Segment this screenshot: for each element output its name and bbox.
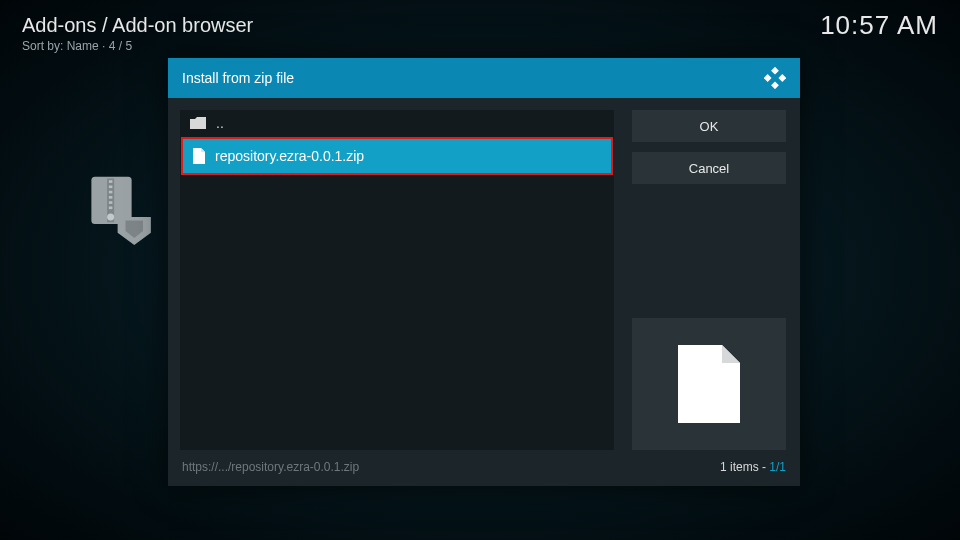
dialog-side-column: OK Cancel [632, 110, 786, 450]
dialog-footer: https://.../repository.ezra-0.0.1.zip 1 … [168, 458, 800, 486]
clock: 10:57 AM [820, 10, 938, 41]
cancel-button-label: Cancel [689, 161, 729, 176]
sort-separator: · [102, 39, 109, 53]
parent-folder-row[interactable]: .. [180, 110, 614, 136]
ok-button-label: OK [700, 119, 719, 134]
sort-label: Sort by: Name [22, 39, 99, 53]
file-preview-icon [678, 345, 740, 423]
item-count: 1 items - 1/1 [720, 460, 786, 474]
svg-rect-12 [771, 81, 779, 89]
page-position: 4 / 5 [109, 39, 132, 53]
svg-rect-5 [109, 196, 113, 199]
breadcrumb: Add-ons / Add-on browser [22, 14, 253, 37]
cancel-button[interactable]: Cancel [632, 152, 786, 184]
kodi-logo-icon [764, 67, 786, 89]
file-list[interactable]: .. repository.ezra-0.0.1.zip [180, 110, 614, 450]
dialog-body: .. repository.ezra-0.0.1.zip OK Cancel [168, 98, 800, 458]
install-zip-dialog: Install from zip file .. [168, 58, 800, 486]
svg-rect-6 [109, 201, 113, 204]
svg-point-8 [107, 214, 114, 221]
file-row-selected[interactable]: repository.ezra-0.0.1.zip [181, 137, 613, 175]
sort-line: Sort by: Name · 4 / 5 [22, 39, 253, 53]
item-count-number: 1 [720, 460, 727, 474]
folder-up-icon [190, 117, 206, 129]
ok-button[interactable]: OK [632, 110, 786, 142]
svg-rect-9 [771, 67, 779, 75]
file-preview [632, 318, 786, 450]
svg-rect-2 [109, 180, 113, 183]
svg-rect-11 [778, 74, 786, 82]
file-path: https://.../repository.ezra-0.0.1.zip [182, 460, 359, 474]
parent-folder-label: .. [216, 115, 224, 131]
dialog-header: Install from zip file [168, 58, 800, 98]
svg-rect-10 [764, 74, 772, 82]
item-count-total: 1/1 [769, 460, 786, 474]
top-bar: Add-ons / Add-on browser Sort by: Name ·… [22, 14, 253, 53]
svg-rect-4 [109, 191, 113, 194]
file-icon [193, 148, 205, 164]
zip-background-icon [85, 175, 159, 245]
dialog-title: Install from zip file [182, 70, 294, 86]
svg-rect-3 [109, 186, 113, 189]
file-label: repository.ezra-0.0.1.zip [215, 148, 364, 164]
svg-rect-7 [109, 207, 113, 210]
